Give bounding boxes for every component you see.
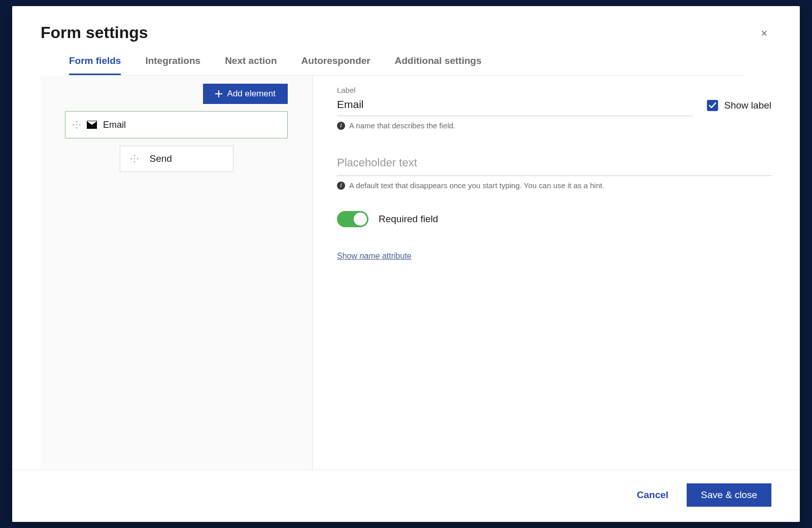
required-row: Required field xyxy=(337,211,771,227)
label-group: Label Show label i A name that xyxy=(337,86,771,130)
tab-form-fields[interactable]: Form fields xyxy=(69,55,121,75)
info-icon: i xyxy=(337,122,345,130)
name-link-suffix: attribute xyxy=(380,252,412,260)
add-element-label: Add element xyxy=(227,89,276,99)
add-element-button[interactable]: Add element xyxy=(203,84,288,104)
toggle-knob xyxy=(354,213,367,226)
modal-header: Form settings × Form fields Integrations… xyxy=(12,6,800,76)
drag-handle-icon[interactable] xyxy=(73,121,81,129)
modal-body: Add element Email xyxy=(41,76,771,470)
tab-next-action[interactable]: Next action xyxy=(225,55,277,75)
tab-integrations[interactable]: Integrations xyxy=(145,55,200,75)
placeholder-hint-text: A default text that disappears once you … xyxy=(349,181,604,190)
field-item-email[interactable]: Email xyxy=(65,111,288,138)
close-icon: × xyxy=(761,27,768,40)
fields-list-panel: Add element Email xyxy=(41,76,313,470)
tab-autoresponder[interactable]: Autoresponder xyxy=(301,55,370,75)
checkbox-checked-icon xyxy=(707,100,718,111)
save-close-button[interactable]: Save & close xyxy=(687,483,771,507)
plus-icon xyxy=(215,90,222,97)
label-input[interactable] xyxy=(337,95,693,116)
tabs: Form fields Integrations Next action Aut… xyxy=(69,42,743,76)
modal-footer: Cancel Save & close xyxy=(12,470,800,522)
close-button[interactable]: × xyxy=(757,26,771,41)
placeholder-group: i A default text that disappears once yo… xyxy=(337,151,771,190)
submit-button-label: Send xyxy=(150,153,172,164)
required-toggle[interactable] xyxy=(337,211,368,227)
field-item-label: Email xyxy=(103,120,126,130)
label-hint-text: A name that describes the field. xyxy=(349,121,455,130)
show-name-attribute-link[interactable]: Show name attribute xyxy=(337,252,412,260)
modal-title: Form settings xyxy=(41,23,771,42)
drag-handle-icon[interactable] xyxy=(130,155,139,163)
info-icon: i xyxy=(337,182,345,190)
form-settings-modal: Form settings × Form fields Integrations… xyxy=(12,6,800,522)
placeholder-input[interactable] xyxy=(337,151,771,176)
cancel-button[interactable]: Cancel xyxy=(633,484,672,506)
required-label: Required field xyxy=(379,214,438,225)
name-link-italic: name xyxy=(359,252,380,260)
show-label-checkbox[interactable]: Show label xyxy=(707,100,771,111)
show-label-text: Show label xyxy=(724,100,771,111)
tab-additional-settings[interactable]: Additional settings xyxy=(395,55,482,75)
label-caption: Label xyxy=(337,86,693,94)
envelope-icon xyxy=(87,121,97,129)
field-editor-panel: Label Show label i A name that xyxy=(313,76,771,470)
placeholder-hint: i A default text that disappears once yo… xyxy=(337,181,771,190)
field-item-submit[interactable]: Send xyxy=(120,146,233,172)
label-hint: i A name that describes the field. xyxy=(337,121,771,130)
name-link-prefix: Show xyxy=(337,252,359,260)
